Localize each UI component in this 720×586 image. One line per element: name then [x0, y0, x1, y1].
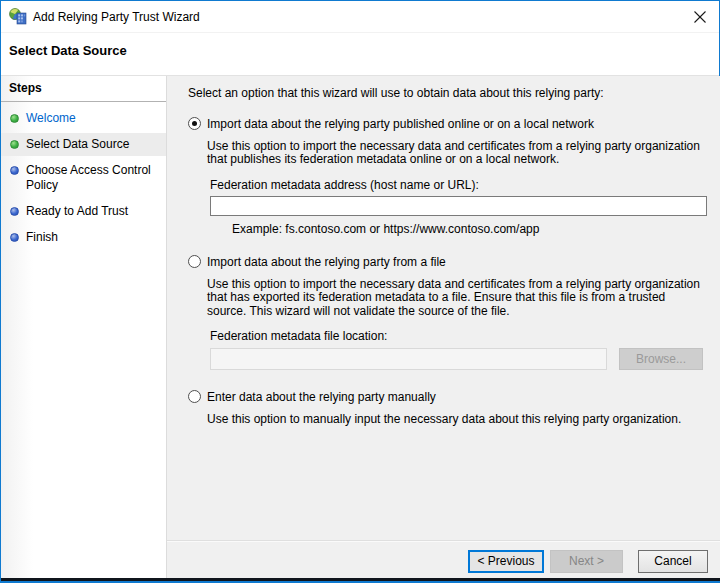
- wizard-body: Steps Welcome Select Data Source Choose …: [1, 75, 719, 581]
- close-icon: [693, 10, 707, 27]
- step-item-select-data-source[interactable]: Select Data Source: [1, 133, 166, 156]
- option-label[interactable]: Enter data about the relying party manua…: [207, 390, 436, 404]
- metadata-file-input: [210, 348, 607, 370]
- step-label: Finish: [26, 230, 58, 245]
- wizard-window: Add Relying Party Trust Wizard Select Da…: [0, 0, 720, 583]
- option-import-online: Import data about the relying party publ…: [188, 117, 707, 131]
- next-button: Next >: [550, 550, 623, 573]
- metadata-address-block: Federation metadata address (host name o…: [210, 179, 707, 237]
- browse-button: Browse...: [619, 348, 703, 370]
- step-label: Welcome: [26, 111, 76, 126]
- window-title: Add Relying Party Trust Wizard: [33, 10, 200, 24]
- step-label: Ready to Add Trust: [26, 204, 128, 219]
- step-item-ready-to-add-trust: Ready to Add Trust: [1, 200, 166, 223]
- radio-enter-manually[interactable]: [188, 390, 201, 403]
- adfs-app-icon: [9, 8, 27, 25]
- option-description: Use this option to import the necessary …: [207, 278, 707, 319]
- step-upcoming-dot: [10, 233, 19, 242]
- steps-title: Steps: [1, 76, 166, 102]
- option-import-file: Import data about the relying party from…: [188, 255, 707, 269]
- wizard-footer: < Previous Next > Cancel: [167, 540, 720, 581]
- steps-sidebar: Steps Welcome Select Data Source Choose …: [1, 76, 167, 581]
- step-item-finish: Finish: [1, 226, 166, 249]
- metadata-file-label: Federation metadata file location:: [210, 330, 707, 344]
- metadata-file-block: Federation metadata file location: Brows…: [210, 330, 707, 370]
- metadata-address-input[interactable]: [210, 196, 707, 216]
- option-description: Use this option to import the necessary …: [207, 140, 707, 167]
- option-description: Use this option to manually input the ne…: [207, 413, 707, 427]
- steps-list: Welcome Select Data Source Choose Access…: [1, 107, 166, 249]
- radio-import-file[interactable]: [188, 255, 201, 268]
- step-upcoming-dot: [10, 207, 19, 216]
- step-label: Choose Access Control Policy: [26, 163, 160, 193]
- cancel-button[interactable]: Cancel: [638, 550, 708, 573]
- option-enter-manually: Enter data about the relying party manua…: [188, 390, 707, 404]
- metadata-address-label: Federation metadata address (host name o…: [210, 179, 707, 193]
- metadata-address-example: Example: fs.contoso.com or https://www.c…: [232, 223, 707, 237]
- option-label[interactable]: Import data about the relying party publ…: [207, 117, 594, 131]
- step-item-welcome[interactable]: Welcome: [1, 107, 166, 130]
- step-item-choose-access-control-policy: Choose Access Control Policy: [1, 159, 166, 197]
- intro-text: Select an option that this wizard will u…: [188, 87, 707, 101]
- step-upcoming-dot: [10, 166, 19, 175]
- titlebar: Add Relying Party Trust Wizard: [1, 1, 719, 33]
- content-pane: Select an option that this wizard will u…: [167, 76, 720, 581]
- step-done-dot: [10, 140, 19, 149]
- page-header: Select Data Source: [1, 33, 719, 75]
- step-label: Select Data Source: [26, 137, 129, 152]
- option-label[interactable]: Import data about the relying party from…: [207, 255, 446, 269]
- window-bottom-edge: [1, 578, 720, 581]
- previous-button[interactable]: < Previous: [468, 550, 544, 573]
- page-title: Select Data Source: [9, 43, 719, 58]
- step-done-dot: [10, 114, 19, 123]
- close-button[interactable]: [688, 6, 712, 30]
- radio-import-online[interactable]: [188, 117, 201, 130]
